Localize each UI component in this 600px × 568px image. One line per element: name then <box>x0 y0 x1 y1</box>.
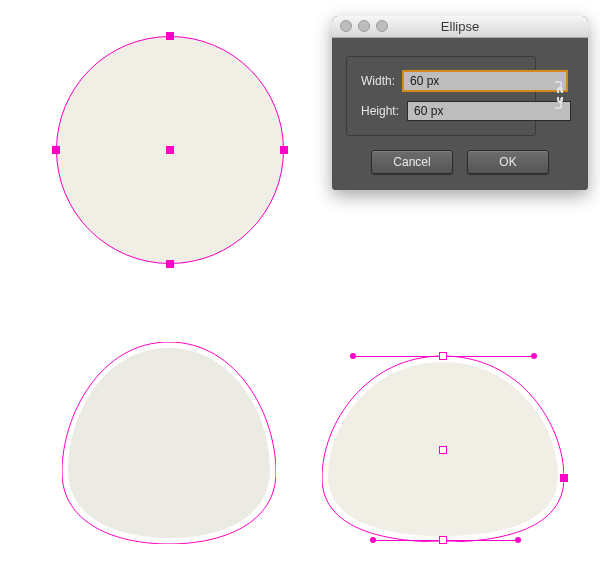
dialog-titlebar[interactable]: Ellipse <box>332 16 588 38</box>
direction-handle-top-right[interactable] <box>531 353 537 359</box>
direction-handle-bottom-left[interactable] <box>370 537 376 543</box>
window-controls[interactable] <box>340 20 388 32</box>
dialog-title: Ellipse <box>441 19 479 34</box>
minimize-icon[interactable] <box>358 20 370 32</box>
egg-left-selection-outline[interactable] <box>62 342 276 544</box>
height-row: Height: <box>361 101 521 121</box>
height-label: Height: <box>361 104 399 118</box>
anchor-top[interactable] <box>166 32 174 40</box>
anchor-top-right-egg[interactable] <box>439 352 447 360</box>
anchor-bottom-right-egg[interactable] <box>439 536 447 544</box>
width-input[interactable] <box>403 71 567 91</box>
direction-handle-bottom-right[interactable] <box>515 537 521 543</box>
center-point-right-egg[interactable] <box>439 446 447 454</box>
dialog-buttons: Cancel OK <box>346 150 574 174</box>
anchor-bottom[interactable] <box>166 260 174 268</box>
anchor-right-right-egg[interactable] <box>560 474 568 482</box>
anchor-right[interactable] <box>280 146 288 154</box>
zoom-icon[interactable] <box>376 20 388 32</box>
center-point[interactable] <box>166 146 174 154</box>
dialog-body: Width: Height: Cancel OK <box>332 38 588 190</box>
close-icon[interactable] <box>340 20 352 32</box>
anchor-left[interactable] <box>52 146 60 154</box>
constrain-proportions-icon[interactable] <box>550 78 570 112</box>
cancel-button[interactable]: Cancel <box>371 150 453 174</box>
width-row: Width: <box>361 71 521 91</box>
dimension-group: Width: Height: <box>346 56 536 136</box>
ok-button[interactable]: OK <box>467 150 549 174</box>
direction-handle-top-left[interactable] <box>350 353 356 359</box>
height-input[interactable] <box>407 101 571 121</box>
ellipse-dialog: Ellipse Width: Height: Cancel OK <box>332 16 588 190</box>
width-label: Width: <box>361 74 395 88</box>
